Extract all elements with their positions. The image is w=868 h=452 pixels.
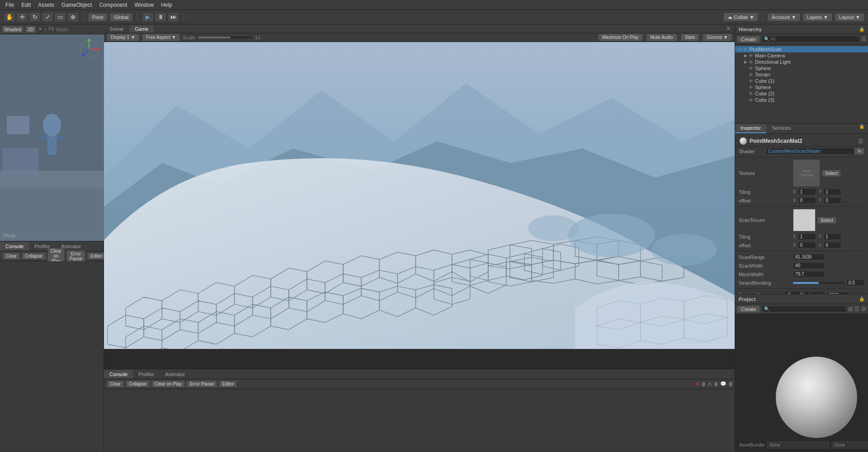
project-pin[interactable]: 🔒 bbox=[859, 297, 864, 301]
scene-tab[interactable]: Scene bbox=[104, 25, 129, 33]
mesh-width-field[interactable] bbox=[793, 271, 825, 278]
scan-offset-y-field[interactable] bbox=[823, 242, 841, 249]
svg-point-14 bbox=[97, 48, 99, 51]
scan-tiling-x-field[interactable] bbox=[798, 233, 816, 240]
bottom-editor-btn[interactable]: Editor bbox=[219, 381, 237, 387]
collapse-button[interactable]: Collapse bbox=[22, 253, 46, 259]
lighting-btn[interactable]: ☀ bbox=[38, 26, 42, 32]
tiling-x-field[interactable] bbox=[798, 188, 816, 195]
gizmos-btn[interactable]: Gizmos ▼ bbox=[703, 33, 732, 41]
toolbar: ✋ ✛ ↻ ⤢ ▭ ⊕ Pivot Global ▶ ⏸ ⏭ ☁ Collab … bbox=[0, 10, 868, 24]
error-pause-button[interactable]: Error Pause bbox=[66, 250, 85, 262]
gizmos-btn[interactable]: Gizm. bbox=[56, 27, 69, 32]
editor-button[interactable]: Editor bbox=[87, 253, 105, 259]
global-button[interactable]: Global bbox=[110, 13, 132, 21]
bottom-profiler-tab[interactable]: Profiler bbox=[133, 370, 160, 378]
asset-bundle-name-field[interactable] bbox=[767, 442, 829, 448]
hierarchy-item-cube2[interactable]: 👁 Cube (2) bbox=[735, 90, 868, 97]
hierarchy-search[interactable] bbox=[762, 36, 860, 42]
menu-help[interactable]: Help bbox=[157, 1, 176, 9]
project-filter-btn[interactable]: ⊞ bbox=[848, 306, 853, 312]
2d-button[interactable]: 2D bbox=[25, 26, 36, 33]
account-button[interactable]: Account ▼ bbox=[768, 13, 800, 21]
aspect-dropdown[interactable]: Free Aspect ▼ bbox=[142, 33, 180, 41]
step-button[interactable]: ⏭ bbox=[167, 12, 179, 22]
scan-offset-x-field[interactable] bbox=[798, 242, 816, 249]
mute-audio-btn[interactable]: Mute Audio bbox=[646, 33, 677, 41]
inspector-lock-icon[interactable]: 🔒 bbox=[859, 124, 868, 133]
seam-blending-field[interactable] bbox=[846, 279, 864, 286]
audio-btn[interactable]: ♪ bbox=[44, 27, 47, 32]
bottom-animator-tab[interactable]: Animator bbox=[160, 370, 190, 378]
game-tab[interactable]: Game bbox=[129, 25, 154, 33]
seam-blending-track[interactable] bbox=[793, 282, 844, 284]
offset-y-field[interactable] bbox=[823, 197, 841, 204]
console-tab[interactable]: Console bbox=[0, 242, 29, 250]
maximize-on-play-btn[interactable]: Maximize On Play bbox=[598, 33, 643, 41]
texture-box[interactable]: None(Texture) bbox=[793, 160, 820, 187]
project-create-btn[interactable]: Create bbox=[737, 306, 760, 313]
scan-texture-box[interactable] bbox=[793, 209, 816, 231]
hierarchy-item-maincamera[interactable]: ▶ 👁 Main Camera bbox=[735, 52, 868, 59]
stats-btn[interactable]: Stats bbox=[681, 33, 699, 41]
inspector-menu-icon[interactable]: ☰ bbox=[858, 138, 863, 145]
scale-tool[interactable]: ⤢ bbox=[42, 12, 53, 22]
services-tab[interactable]: Services bbox=[766, 124, 796, 133]
scan-range-field[interactable] bbox=[793, 254, 825, 260]
bottom-error-pause-btn[interactable]: Error Pause bbox=[187, 381, 217, 387]
texture-select-btn[interactable]: Select bbox=[822, 170, 841, 177]
hierarchy-pin[interactable]: 🔒 bbox=[859, 27, 864, 32]
rotate-tool[interactable]: ↻ bbox=[29, 12, 41, 22]
scene-canvas[interactable]: Persp bbox=[0, 34, 104, 241]
hierarchy-item-posmeshscan[interactable]: 👁 PosMeshScan bbox=[735, 46, 868, 52]
hierarchy-item-sphere2[interactable]: 👁 Sphere bbox=[735, 84, 868, 90]
hierarchy-item-sphere1[interactable]: 👁 Sphere bbox=[735, 65, 868, 71]
bottom-clear-on-play-btn[interactable]: Clear on Play bbox=[151, 381, 185, 387]
hierarchy-create-btn[interactable]: Create bbox=[737, 36, 760, 43]
menu-window[interactable]: Window bbox=[131, 1, 157, 9]
shaded-dropdown[interactable]: Shaded bbox=[2, 26, 24, 33]
close-center-btn[interactable]: ✕ bbox=[722, 24, 735, 33]
menu-assets[interactable]: Assets bbox=[34, 1, 58, 9]
bottom-collapse-btn[interactable]: Collapse bbox=[126, 381, 150, 387]
offset-x-field[interactable] bbox=[798, 197, 816, 204]
layout-button[interactable]: Layout ▼ bbox=[835, 13, 864, 21]
layers-button[interactable]: Layers ▼ bbox=[803, 13, 832, 21]
scale-slider[interactable] bbox=[198, 37, 252, 38]
hierarchy-item-dirlight[interactable]: ▶ 👁 Directional Light bbox=[735, 59, 868, 65]
multi-tool[interactable]: ⊕ bbox=[67, 12, 79, 22]
clear-button[interactable]: Clear bbox=[3, 253, 20, 259]
asset-bundle-variant-field[interactable] bbox=[832, 442, 868, 448]
scan-width-field[interactable] bbox=[793, 262, 825, 269]
collab-button[interactable]: ☁ Collab ▼ bbox=[723, 13, 758, 21]
hand-tool[interactable]: ✋ bbox=[4, 12, 15, 22]
fx-btn[interactable]: FX bbox=[49, 27, 55, 32]
menu-gameobject[interactable]: GameObject bbox=[58, 1, 95, 9]
menu-component[interactable]: Component bbox=[95, 1, 131, 9]
menu-edit[interactable]: Edit bbox=[18, 1, 34, 9]
hierarchy-item-cube3[interactable]: 👁 Cube (3) bbox=[735, 97, 868, 103]
hierarchy-item-terrain[interactable]: 👁 Terrain bbox=[735, 71, 868, 78]
project-view-btn[interactable]: ☰ bbox=[854, 306, 859, 312]
shader-edit-btn[interactable]: ✎ bbox=[854, 148, 864, 155]
pivot-button[interactable]: Pivot bbox=[88, 13, 107, 21]
hierarchy-settings-icon[interactable]: ☰ bbox=[862, 36, 866, 42]
bottom-console-tab[interactable]: Console bbox=[104, 370, 133, 378]
display-dropdown[interactable]: Display 1 ▼ bbox=[107, 33, 139, 41]
console-content bbox=[0, 261, 104, 452]
inspector-tab[interactable]: Inspector bbox=[735, 124, 766, 133]
play-button[interactable]: ▶ bbox=[142, 12, 154, 22]
scan-tiling-y-field[interactable] bbox=[823, 233, 841, 240]
hierarchy-item-cube1[interactable]: 👁 Cube (1) bbox=[735, 78, 868, 84]
project-search[interactable] bbox=[762, 306, 846, 312]
offset-fields: X Y bbox=[793, 197, 841, 204]
pause-button[interactable]: ⏸ bbox=[155, 12, 166, 22]
menu-file[interactable]: File bbox=[2, 1, 18, 9]
scan-texture-select-btn[interactable]: Select bbox=[817, 217, 836, 224]
bottom-clear-btn[interactable]: Clear bbox=[107, 381, 124, 387]
move-tool[interactable]: ✛ bbox=[16, 12, 28, 22]
project-settings-btn[interactable]: ⚙ bbox=[861, 306, 866, 312]
game-canvas[interactable] bbox=[104, 42, 735, 369]
tiling-y-field[interactable] bbox=[823, 188, 841, 195]
rect-tool[interactable]: ▭ bbox=[54, 12, 66, 22]
